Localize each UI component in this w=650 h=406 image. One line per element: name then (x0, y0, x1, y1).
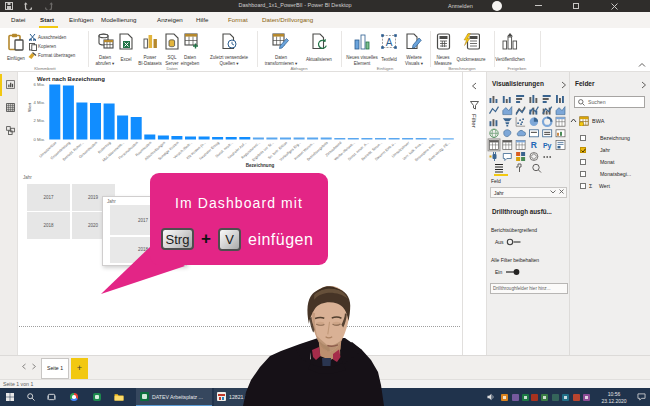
svg-text:Py: Py (543, 142, 552, 150)
svg-text:R: R (531, 140, 537, 150)
